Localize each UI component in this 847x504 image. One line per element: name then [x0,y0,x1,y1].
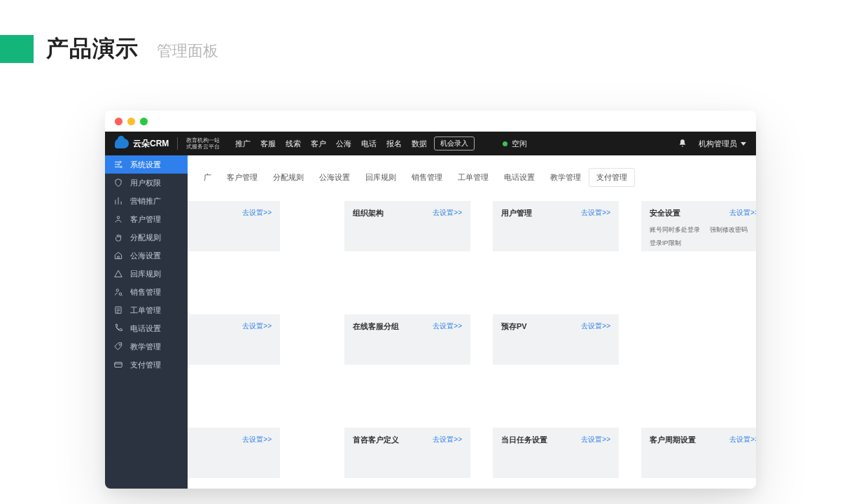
tabs: 广客户管理分配规则公海设置回库规则销售管理工单管理电话设置教学管理支付管理 [188,155,756,194]
triangle-icon [113,269,123,279]
settings-card: 用户管理去设置>> [493,201,619,251]
sidebar-item-alloc[interactable]: 分配规则 [105,228,188,246]
topnav-item[interactable]: 推广 [235,139,251,149]
user-menu[interactable]: 机构管理员 [699,139,746,149]
slogan-line-1: 教育机构一站 [186,137,220,144]
card-title: 预存PV [501,321,527,332]
accent-bar [0,35,34,63]
go-settings-link[interactable]: 去设置>> [433,208,462,218]
sidebar-item-perm[interactable]: 用户权限 [105,174,188,192]
sidebar-item-market[interactable]: 营销推广 [105,192,188,210]
go-settings-link[interactable]: 去设置>> [581,435,610,444]
sidebar-item-label: 工单管理 [130,305,161,316]
topnav-item[interactable]: 电话 [361,139,377,149]
go-settings-link[interactable]: 去设置>> [242,321,272,331]
sidebar-item-pool[interactable]: 公海设置 [105,246,188,265]
settings-card: 当日任务设置去设置>> [493,428,619,478]
heading-sub: 管理面板 [157,41,218,62]
tab-item[interactable]: 工单管理 [450,168,496,187]
status-label: 空闲 [512,139,527,149]
tab-item[interactable]: 教学管理 [542,168,589,187]
sidebar-item-sales[interactable]: 销售管理 [105,283,188,301]
sidebar-item-return[interactable]: 回库规则 [105,265,188,283]
person-icon [113,214,123,224]
go-settings-link[interactable]: 去设置>> [242,208,272,218]
sidebar-item-label: 客户管理 [130,214,161,225]
app-body: 系统设置用户权限营销推广客户管理分配规则公海设置回库规则销售管理工单管理电话设置… [105,155,756,489]
topnav-item[interactable]: 数据 [412,139,427,149]
window-chrome [105,111,756,132]
tab-item[interactable]: 销售管理 [404,168,450,187]
topnav-item[interactable]: 客服 [260,139,276,149]
cards-grid: 去设置>>组织架构去设置>>用户管理去设置>>安全设置去设置>>账号同时多处登录… [188,194,756,478]
svg-point-7 [119,344,120,346]
window-maximize-dot[interactable] [140,118,148,125]
tab-item[interactable]: 客户管理 [219,168,265,187]
card-title: 用户管理 [501,208,532,218]
card-title: 在线客服分组 [353,321,399,332]
go-settings-link[interactable]: 去设置>> [581,208,610,218]
bars-icon [113,196,123,206]
settings-card: 去设置>> [188,201,280,251]
house-icon [113,251,123,260]
window-close-dot[interactable] [115,118,122,125]
brand: 云朵CRM 教育机构一站 式服务云平台 [115,137,220,150]
go-settings-link[interactable]: 去设置>> [433,321,462,331]
card-title: 组织架构 [353,208,384,218]
svg-point-3 [117,216,120,219]
topbar: 云朵CRM 教育机构一站 式服务云平台 推广客服线索客户公海电话报名数据 机会录… [105,132,756,155]
tab-item[interactable]: 广 [196,168,219,187]
chevron-down-icon [741,142,746,146]
notifications-icon[interactable] [678,139,687,148]
sidebar-item-label: 销售管理 [130,287,161,298]
phone-icon [113,323,123,333]
slogan-line-2: 式服务云平台 [186,144,220,150]
search-person-icon [113,287,123,297]
topnav-item[interactable]: 客户 [311,139,326,149]
card-sub-item: 账号同时多处登录 [650,225,700,234]
tag-icon [113,342,123,351]
topnav-item[interactable]: 公海 [336,139,351,149]
settings-card: 在线客服分组去设置>> [344,314,470,365]
status-indicator: 空闲 [503,139,527,149]
go-settings-link[interactable]: 去设置>> [729,208,756,218]
card-sub-items: 账号同时多处登录强制修改密码登录IP限制 [650,225,756,248]
sidebar-item-customer[interactable]: 客户管理 [105,210,188,228]
tab-item[interactable]: 分配规则 [265,168,312,187]
sidebar-item-phone[interactable]: 电话设置 [105,319,188,337]
window-minimize-dot[interactable] [127,118,135,125]
hand-icon [113,232,123,242]
sidebar-item-teach[interactable]: 教学管理 [105,337,188,356]
go-settings-link[interactable]: 去设置>> [729,435,756,444]
topnav-item[interactable]: 报名 [386,139,402,149]
topnav: 推广客服线索客户公海电话报名数据 [235,139,427,149]
settings-card: 安全设置去设置>>账号同时多处登录强制修改密码登录IP限制 [641,201,756,251]
tab-item[interactable]: 电话设置 [496,168,542,187]
sidebar-item-system[interactable]: 系统设置 [105,155,188,174]
sidebar-item-label: 电话设置 [130,323,161,334]
tab-item[interactable]: 回库规则 [358,168,404,187]
page-heading: 产品演示 管理面板 [0,34,218,64]
settings-card: 首咨客户定义去设置>> [344,428,470,478]
svg-rect-8 [115,363,122,368]
sidebar-item-pay[interactable]: 支付管理 [105,356,188,374]
sidebar-item-label: 营销推广 [130,196,161,206]
go-settings-link[interactable]: 去设置>> [433,435,462,444]
status-led-icon [503,141,507,146]
settings-card: 预存PV去设置>> [493,314,619,365]
sidebar-item-label: 分配规则 [130,232,161,243]
tab-item[interactable]: 支付管理 [589,168,635,187]
card-sub-item: 强制修改密码 [710,225,748,234]
record-entry-button[interactable]: 机会录入 [434,136,475,150]
settings-card: 客户周期设置去设置>> [641,428,756,478]
svg-point-0 [120,161,121,162]
topnav-item[interactable]: 线索 [286,139,301,149]
tab-item[interactable]: 公海设置 [312,168,358,187]
card-sub-item: 登录IP限制 [650,239,681,248]
sidebar-item-label: 公海设置 [130,251,161,261]
sidebar-item-ticket[interactable]: 工单管理 [105,301,188,319]
card-title: 客户周期设置 [650,435,696,445]
go-settings-link[interactable]: 去设置>> [581,321,610,331]
go-settings-link[interactable]: 去设置>> [242,435,272,444]
app-window: 云朵CRM 教育机构一站 式服务云平台 推广客服线索客户公海电话报名数据 机会录… [105,111,756,489]
